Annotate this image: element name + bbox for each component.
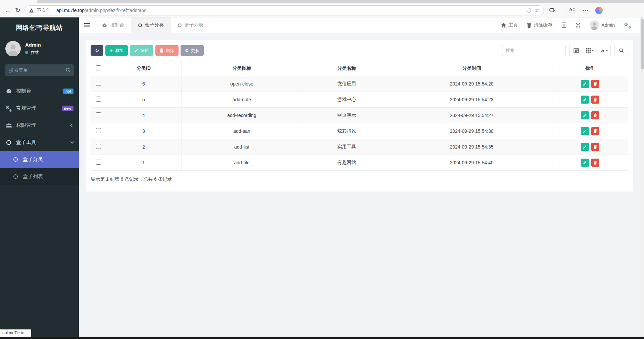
- row-edit-button[interactable]: [581, 96, 589, 104]
- row-edit-button[interactable]: [581, 159, 589, 167]
- menu-search-input[interactable]: [5, 64, 74, 76]
- columns-button[interactable]: ▾: [583, 45, 597, 56]
- col-header-icon: 分类图标: [233, 65, 251, 71]
- tab-box-category[interactable]: 盒子分类: [131, 17, 171, 33]
- fullscreen-icon[interactable]: [576, 23, 581, 28]
- user-status: 在线: [25, 50, 41, 56]
- extensions-puzzle-icon[interactable]: [549, 7, 555, 13]
- avatar: [590, 20, 599, 30]
- search-icon[interactable]: [65, 67, 70, 72]
- page-scrollbar[interactable]: [640, 17, 644, 337]
- browser-tab-strip: [0, 0, 644, 3]
- settings-gears-icon[interactable]: ⚙⚙: [624, 22, 631, 28]
- add-button[interactable]: +添加: [105, 45, 128, 56]
- trash-icon: [594, 98, 597, 102]
- cell-name: 有趣网站: [337, 160, 356, 165]
- pencil-icon: [583, 98, 587, 102]
- tracking-prevention-icon[interactable]: [526, 8, 532, 13]
- more-label: 更多: [191, 48, 199, 54]
- pencil-icon: [134, 49, 138, 53]
- url-host: api.mu7le.top: [56, 8, 85, 13]
- cell-id: 4: [142, 113, 145, 118]
- cell-id: 1: [142, 160, 145, 165]
- address-bar[interactable]: 不安全 api.mu7le.top/admin.php/fezifl?ref=a…: [24, 5, 544, 15]
- content: ↻ +添加 编辑 删除 ⚙更多 ▾ ▾: [79, 33, 640, 198]
- cell-time: 2024-09-29 15:54:27: [450, 113, 494, 118]
- sidebar-item-box-list[interactable]: 盒子列表: [0, 168, 79, 185]
- link-preview-statusbar: api.mu7le.to...: [0, 329, 31, 337]
- sidebar: 网络乞丐导航站 Admin 在线 控制台 hot ⚙⚙ 常规管理 new 权限管…: [0, 17, 79, 337]
- pencil-icon: [583, 129, 587, 133]
- tab-dashboard[interactable]: 控制台: [95, 17, 131, 33]
- row-delete-button[interactable]: [591, 127, 599, 135]
- cell-name: 炫彩特效: [337, 128, 356, 133]
- category-table: 分类ID 分类图标 分类名称 分类时间 操作 6 open-close 微信应: [91, 61, 628, 171]
- sidebar-item-auth[interactable]: 权限管理: [0, 117, 79, 134]
- select-all-checkbox[interactable]: [96, 65, 101, 70]
- sidebar-item-box-category[interactable]: 盒子分类: [0, 151, 79, 168]
- row-edit-button[interactable]: [581, 111, 589, 119]
- add-label: 添加: [115, 48, 123, 54]
- row-checkbox[interactable]: [96, 144, 101, 149]
- divider: [562, 8, 562, 13]
- scrollbar-thumb[interactable]: [641, 19, 644, 69]
- sidebar-item-boxtools[interactable]: 盒子工具: [0, 134, 79, 151]
- row-delete-button[interactable]: [591, 111, 599, 119]
- user-menu[interactable]: Admin: [590, 20, 615, 30]
- tab-label: 控制台: [110, 22, 124, 28]
- toolbar: ↻ +添加 编辑 删除 ⚙更多 ▾ ▾: [91, 45, 628, 56]
- row-edit-button[interactable]: [581, 143, 589, 151]
- sidebar-item-label: 控制台: [16, 88, 31, 94]
- sidebar-submenu: 盒子分类 盒子列表: [0, 151, 79, 185]
- clear-cache-link[interactable]: 清除缓存: [527, 22, 552, 28]
- row-checkbox[interactable]: [96, 128, 101, 133]
- dashboard-icon: [5, 88, 12, 94]
- col-header-name: 分类名称: [337, 65, 356, 71]
- delete-button[interactable]: 删除: [155, 45, 179, 56]
- sidebar-search: [5, 64, 74, 76]
- url-text[interactable]: api.mu7le.top/admin.php/fezifl?ref=addta…: [56, 8, 146, 13]
- circle-o-icon: [5, 140, 12, 145]
- row-checkbox[interactable]: [96, 160, 101, 165]
- view-button-group: ▾ ▾: [569, 45, 611, 56]
- row-edit-button[interactable]: [581, 127, 589, 135]
- row-checkbox[interactable]: [96, 81, 101, 86]
- sidebar-item-dashboard[interactable]: 控制台 hot: [0, 82, 79, 100]
- table-row: 3 add-san 炫彩特效 2024-09-29 15:54:30: [91, 123, 628, 139]
- row-delete-button[interactable]: [591, 143, 599, 151]
- copilot-icon[interactable]: [595, 7, 603, 14]
- sidebar-item-general[interactable]: ⚙⚙ 常规管理 new: [0, 100, 79, 117]
- user-label: Admin: [601, 22, 615, 28]
- home-icon: [501, 23, 506, 27]
- tab-box-list[interactable]: 盒子列表: [171, 17, 210, 33]
- favorites-bar-icon[interactable]: [569, 7, 576, 13]
- refresh-button[interactable]: ↻: [91, 45, 103, 56]
- refresh-icon: ↻: [95, 48, 99, 54]
- user-panel: Admin 在线: [0, 38, 79, 62]
- top-navbar: 控制台 盒子分类 盒子列表 主页 清除缓存: [79, 17, 640, 33]
- more-button[interactable]: ⚙更多: [181, 45, 204, 56]
- security-label[interactable]: 不安全: [37, 7, 50, 13]
- favorite-star-icon[interactable]: ☆: [535, 7, 540, 13]
- home-link[interactable]: 主页: [501, 22, 518, 28]
- export-button[interactable]: ▾: [597, 45, 611, 56]
- language-doc-icon[interactable]: [561, 22, 566, 28]
- row-delete-button[interactable]: [591, 80, 599, 88]
- tab-label: 盒子列表: [185, 22, 203, 28]
- edit-button[interactable]: 编辑: [130, 45, 153, 56]
- browser-menu-icon[interactable]: ⋯: [582, 7, 589, 14]
- sidebar-toggle-icon[interactable]: [79, 17, 95, 33]
- cell-id: 6: [142, 81, 145, 87]
- row-delete-button[interactable]: [591, 159, 599, 167]
- table-row: 6 open-close 微信应用 2024-09-29 15:54:20: [91, 76, 628, 92]
- row-edit-button[interactable]: [581, 80, 589, 88]
- table-search-input[interactable]: [502, 45, 566, 56]
- reload-icon[interactable]: ↻: [15, 7, 20, 13]
- row-checkbox[interactable]: [96, 97, 101, 102]
- back-icon[interactable]: ←: [5, 7, 11, 13]
- row-checkbox[interactable]: [96, 112, 101, 117]
- detail-view-button[interactable]: [569, 45, 583, 56]
- search-button[interactable]: [614, 45, 628, 56]
- cell-icon: add-file: [234, 160, 250, 165]
- row-delete-button[interactable]: [591, 96, 599, 104]
